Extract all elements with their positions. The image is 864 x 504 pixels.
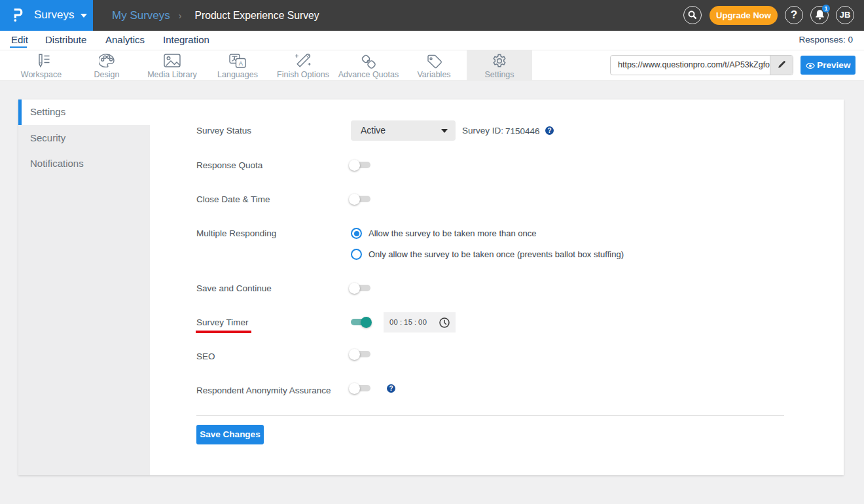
- svg-text:A: A: [239, 60, 243, 67]
